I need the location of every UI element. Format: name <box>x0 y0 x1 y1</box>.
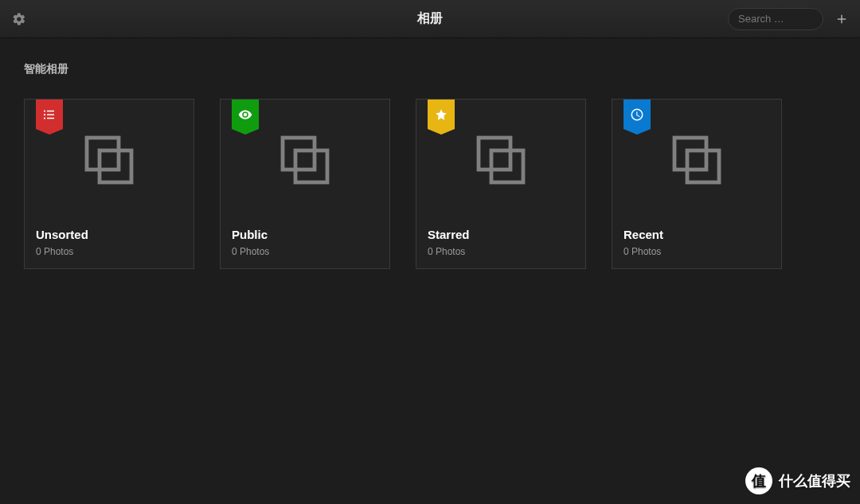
svg-point-4 <box>44 117 45 119</box>
svg-rect-8 <box>283 138 315 170</box>
photos-icon <box>665 128 729 192</box>
list-icon <box>42 107 57 122</box>
album-meta: Unsorted 0 Photos <box>25 220 194 268</box>
clock-icon <box>630 107 644 122</box>
svg-rect-11 <box>491 150 523 182</box>
svg-rect-5 <box>47 117 54 119</box>
watermark-badge: 值 <box>745 467 772 494</box>
watermark: 值 什么值得买 <box>745 467 850 494</box>
photos-icon <box>77 128 141 192</box>
add-button[interactable] <box>835 12 849 26</box>
watermark-text: 什么值得买 <box>779 471 850 490</box>
album-public[interactable]: Public 0 Photos <box>220 99 390 269</box>
album-badge <box>428 100 455 129</box>
album-meta: Public 0 Photos <box>221 220 389 268</box>
eye-icon <box>238 107 252 122</box>
svg-rect-12 <box>674 138 706 170</box>
svg-rect-7 <box>100 150 131 182</box>
album-title: Public <box>232 228 378 241</box>
plus-icon <box>835 12 849 26</box>
page-title: 相册 <box>417 10 443 27</box>
svg-rect-13 <box>687 150 719 182</box>
svg-rect-1 <box>47 110 54 111</box>
svg-rect-6 <box>87 138 119 170</box>
album-count: 0 Photos <box>624 246 770 257</box>
photos-icon <box>469 128 533 192</box>
header: 相册 <box>0 0 860 38</box>
album-meta: Starred 0 Photos <box>416 220 585 268</box>
star-icon <box>435 108 448 121</box>
gear-icon <box>12 12 26 26</box>
album-title: Starred <box>428 228 574 241</box>
settings-button[interactable] <box>11 11 27 27</box>
album-count: 0 Photos <box>36 246 182 257</box>
section-header: 智能相册 <box>0 38 860 84</box>
svg-rect-3 <box>47 114 54 115</box>
album-grid: Unsorted 0 Photos Public 0 Photos Starre… <box>0 84 860 283</box>
album-meta: Recent 0 Photos <box>612 220 781 268</box>
svg-point-2 <box>44 113 45 115</box>
svg-point-0 <box>44 110 45 111</box>
album-title: Recent <box>624 228 770 241</box>
album-title: Unsorted <box>36 228 182 241</box>
album-recent[interactable]: Recent 0 Photos <box>612 99 782 269</box>
search-input[interactable] <box>728 8 823 30</box>
album-starred[interactable]: Starred 0 Photos <box>416 99 586 269</box>
album-count: 0 Photos <box>428 246 574 257</box>
section-title: 智能相册 <box>24 62 836 76</box>
album-count: 0 Photos <box>232 246 378 257</box>
svg-rect-10 <box>479 138 510 170</box>
album-badge <box>36 100 63 129</box>
header-right <box>728 8 849 30</box>
album-unsorted[interactable]: Unsorted 0 Photos <box>24 99 194 269</box>
album-badge <box>624 100 651 129</box>
svg-rect-9 <box>295 150 327 182</box>
album-badge <box>232 100 259 129</box>
photos-icon <box>273 128 337 192</box>
